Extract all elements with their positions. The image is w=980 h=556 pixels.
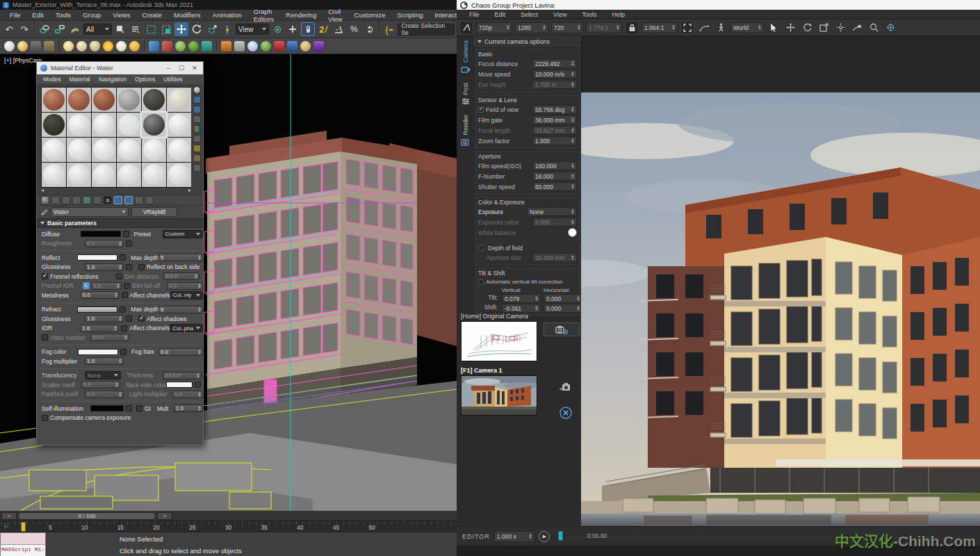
snowflake-icon[interactable] <box>247 41 258 51</box>
light-multiplier-field[interactable]: 1.0 <box>172 391 203 398</box>
link-icon[interactable] <box>38 22 51 36</box>
bind-to-space-warp-icon[interactable] <box>68 22 82 36</box>
maxscript-listener-row[interactable]: MAXScript Mi: <box>1 545 45 556</box>
resolution-height-field[interactable]: 720 <box>551 22 583 33</box>
minimize-icon[interactable]: – <box>163 65 173 72</box>
redo-icon[interactable]: ↷ <box>17 22 31 36</box>
thickness-field[interactable]: 83'4.0" <box>163 372 202 379</box>
max-menu-file[interactable]: File <box>4 10 26 19</box>
custom-tool-icon[interactable] <box>162 41 172 51</box>
dim-distance-checkbox[interactable] <box>116 273 122 279</box>
shift-vertical-field[interactable]: -0.061 <box>502 304 541 313</box>
refract-glossiness-map-checkbox[interactable] <box>126 316 132 322</box>
maxscript-macro-row[interactable] <box>1 533 45 545</box>
backlight-icon[interactable] <box>193 96 201 104</box>
camera-home-thumbnail[interactable] <box>461 321 537 361</box>
aspect-ratio-field[interactable]: 1.778:1 <box>586 22 622 33</box>
material-slot[interactable] <box>167 113 191 137</box>
me-menu-material[interactable]: Material <box>66 76 94 83</box>
select-and-rotate-icon[interactable] <box>190 22 204 36</box>
reset-map-icon[interactable] <box>72 196 81 204</box>
translucency-dropdown[interactable]: None <box>85 371 121 379</box>
select-and-move-icon[interactable] <box>174 22 188 36</box>
keyboard-shortcut-toggle-icon[interactable] <box>301 22 315 36</box>
lavina-menu-view[interactable]: View <box>546 11 573 18</box>
shutter-speed-field[interactable]: 60.000 <box>532 182 577 191</box>
dim-distance-field[interactable]: 8'4.0" <box>163 272 199 280</box>
frame-slider[interactable]: 0 / 100 <box>18 512 156 520</box>
compensate-exposure-checkbox[interactable] <box>42 415 48 421</box>
fog-bias-field[interactable]: 0.0 <box>158 348 203 356</box>
lavina-menu-select[interactable]: Select <box>514 11 545 18</box>
affect-channels-dropdown[interactable]: Col..nly <box>170 291 203 300</box>
zoom-region-icon[interactable] <box>867 21 881 35</box>
video-color-check-icon[interactable] <box>193 125 201 133</box>
move-speed-field[interactable]: 10.000 m/s <box>532 70 577 79</box>
lock-aspect-icon[interactable] <box>625 21 639 35</box>
camera-1-thumbnail[interactable] <box>461 375 537 416</box>
material-slot-glass[interactable] <box>117 113 141 137</box>
metalness-map-checkbox[interactable] <box>122 292 128 298</box>
material-slot[interactable] <box>67 88 91 112</box>
time-slider[interactable]: < 0 / 100 > <box>0 511 457 521</box>
material-slot[interactable] <box>67 113 91 137</box>
eye-height-field[interactable]: 1.700 m <box>532 80 577 89</box>
update-camera-icon[interactable] <box>558 379 573 394</box>
select-and-manipulate-icon[interactable] <box>286 22 300 36</box>
options-icon[interactable] <box>193 145 201 152</box>
preset-dropdown[interactable]: Custom <box>163 230 203 238</box>
custom-tool-icon[interactable] <box>202 41 212 51</box>
material-map-navigator-icon[interactable] <box>193 164 201 172</box>
fresnel-checkbox[interactable] <box>42 273 48 279</box>
material-slot[interactable] <box>67 163 91 187</box>
select-object-icon[interactable] <box>113 22 127 36</box>
angle-snap2-icon[interactable]: ⌐ <box>332 22 345 36</box>
maxscript-mini-listener[interactable]: MAXScript Mi: <box>0 532 46 556</box>
reflect-map-checkbox[interactable] <box>120 254 126 261</box>
custom-tool-icon[interactable] <box>44 41 54 51</box>
material-slot[interactable] <box>92 138 116 162</box>
focal-length-field[interactable]: 33.827 mm <box>532 126 577 135</box>
max-menu-animation[interactable]: Animation <box>207 10 247 19</box>
use-pivot-center-icon[interactable] <box>270 22 284 36</box>
custom-tool-icon[interactable] <box>274 41 284 51</box>
reflect-backside-checkbox[interactable] <box>138 264 145 270</box>
track-bar[interactable]: Ⅰ⌁ 5 10 15 20 25 30 35 40 45 50 <box>0 521 457 532</box>
go-forward-sibling-icon[interactable] <box>145 196 154 204</box>
white-balance-swatch[interactable] <box>568 228 577 237</box>
max-menu-create[interactable]: Create <box>136 10 168 19</box>
metalness-field[interactable]: 0.0 <box>81 291 120 299</box>
material-type-button[interactable]: VRayMtl <box>131 207 177 217</box>
tab-camera[interactable]: Camera <box>457 36 474 79</box>
tree-icon[interactable] <box>188 41 199 51</box>
custom-tool-icon[interactable] <box>17 41 28 51</box>
max-menu-views[interactable]: Views <box>107 10 136 19</box>
focus-distance-field[interactable]: 2229.492 <box>532 59 577 68</box>
light-icon[interactable] <box>116 41 126 51</box>
playback-speed-field[interactable]: 1.000 x <box>494 531 534 542</box>
material-slot[interactable] <box>42 113 66 137</box>
roughness-field[interactable]: 0.0 <box>85 240 124 247</box>
sample-uv-tiling-icon[interactable] <box>193 115 201 123</box>
exposure-dropdown[interactable]: None <box>527 207 577 216</box>
field-of-view-field[interactable]: 55.766 deg <box>532 105 577 114</box>
ior-map-checkbox[interactable] <box>121 325 127 332</box>
select-cursor-icon[interactable] <box>767 21 781 35</box>
max-depth-field[interactable]: 5 <box>158 254 203 261</box>
f-number-field[interactable]: 16.000 <box>532 172 577 181</box>
tab-render[interactable]: Render <box>457 111 474 152</box>
focus-target-icon[interactable] <box>833 21 847 35</box>
scroll-right-icon[interactable]: ▸ <box>188 187 191 193</box>
sample-type-icon[interactable] <box>193 86 201 94</box>
refract-glossiness-field[interactable]: 1.0 <box>85 315 124 322</box>
self-illumination-map-checkbox[interactable] <box>126 405 132 411</box>
path-tool-icon[interactable] <box>697 21 711 35</box>
custom-tool-icon[interactable] <box>31 41 41 51</box>
put-to-library-icon[interactable] <box>93 196 101 204</box>
pivot-snapshot-icon[interactable] <box>220 22 234 36</box>
tilt-vertical-field[interactable]: 0.079 <box>502 294 541 303</box>
make-preview-icon[interactable] <box>193 135 201 142</box>
rollout-collapse-icon[interactable] <box>40 222 44 224</box>
diffuse-color-swatch[interactable] <box>81 231 121 237</box>
timeline-playhead[interactable] <box>558 531 563 541</box>
